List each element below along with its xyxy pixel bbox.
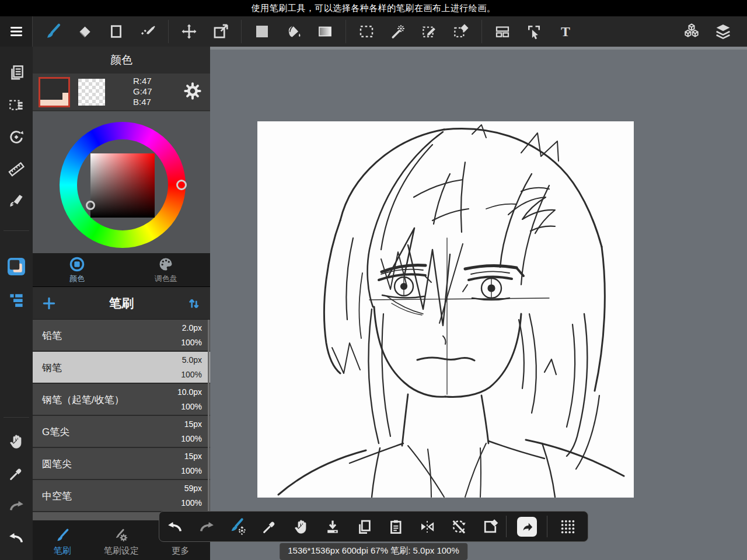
saturation-value-square[interactable] <box>90 153 155 218</box>
brush-settings-icon <box>114 528 129 543</box>
rotate-view-icon <box>8 128 25 146</box>
hand-icon <box>8 433 25 450</box>
clear-layer-button[interactable] <box>474 512 506 541</box>
select-eraser-icon <box>452 23 470 40</box>
brush-row-g-nib[interactable]: G笔尖 15px 100% <box>33 416 210 448</box>
rgb-b-value: B:47 <box>133 97 152 107</box>
notification-text: 使用笔刷工具，可以选择各种各样的笔刷在画布上进行绘画。 <box>252 3 496 14</box>
polyline-tool-button[interactable] <box>132 16 163 47</box>
paint-bucket-icon <box>285 23 302 40</box>
drawing-canvas[interactable] <box>257 121 634 498</box>
workspace[interactable] <box>210 47 747 560</box>
eraser-tool-button[interactable] <box>69 16 100 47</box>
sv-selector-knob[interactable] <box>86 201 95 210</box>
paste-clipboard-icon <box>387 518 404 536</box>
text-tool-button[interactable]: T <box>550 16 581 47</box>
brush-row-pencil[interactable]: 铅笔 2.0px 100% <box>33 320 210 352</box>
brush-panel-title: 笔刷 <box>65 295 177 312</box>
layers-panel-button[interactable] <box>707 16 739 47</box>
ruler-button[interactable] <box>5 158 28 181</box>
rgb-readout: R:47 G:47 B:47 <box>133 76 152 107</box>
divide-layout-button[interactable] <box>487 16 518 47</box>
eraser-icon <box>76 23 93 40</box>
magic-wand-button[interactable] <box>382 16 414 47</box>
hand-tool-button-bar[interactable] <box>285 512 317 541</box>
pages-icon <box>8 64 25 81</box>
hamburger-icon <box>9 24 24 39</box>
object-select-button[interactable] <box>518 16 550 47</box>
sidebar-divider <box>4 417 29 418</box>
solid-swatch-icon <box>253 23 271 40</box>
brush-row-round-nib[interactable]: 圆笔尖 15px 100% <box>33 448 210 480</box>
brush-row-pen-taper[interactable]: 钢笔（起笔/收笔） 10.0px 100% <box>33 384 210 416</box>
brush-tool-button[interactable] <box>37 16 69 47</box>
rotate-lock-button[interactable] <box>443 512 474 541</box>
select-eraser-button[interactable] <box>445 16 477 47</box>
redo-button-sidebar[interactable] <box>5 494 28 517</box>
materials-button[interactable] <box>676 16 707 47</box>
rotate-disabled-icon <box>450 518 467 536</box>
rotate-reset-button[interactable] <box>5 125 28 149</box>
quick-share-button[interactable] <box>507 512 547 541</box>
brush-icon <box>44 23 62 40</box>
svg-text:T: T <box>561 24 570 39</box>
material-brush-button[interactable] <box>5 189 28 212</box>
transform-icon <box>212 23 229 40</box>
hue-ring[interactable] <box>60 122 186 248</box>
undo-button[interactable] <box>159 512 191 541</box>
panel-tabs: 颜色 调色盘 <box>33 253 210 287</box>
copy-icon <box>355 518 373 536</box>
bucket-fill-button[interactable] <box>278 16 309 47</box>
hue-selector-knob[interactable] <box>176 180 187 190</box>
toolbar-drag-handle[interactable] <box>547 512 588 541</box>
redo-button[interactable] <box>191 512 222 541</box>
add-brush-button[interactable] <box>33 296 65 311</box>
brush-eraser-toggle-button[interactable] <box>222 512 254 541</box>
main-menu-button[interactable] <box>0 16 33 47</box>
tab-color[interactable]: 颜色 <box>33 253 121 286</box>
brush-list-scrollbar[interactable] <box>208 320 210 512</box>
eyedropper-button-bar[interactable] <box>254 512 285 541</box>
paste-button[interactable] <box>380 512 411 541</box>
color-settings-button[interactable] <box>183 82 202 100</box>
fill-color-swatch-button[interactable] <box>246 16 278 47</box>
selection-menu-button[interactable] <box>5 93 28 117</box>
transform-tool-button[interactable] <box>205 16 236 47</box>
transparent-color-swatch[interactable] <box>78 79 105 106</box>
foreground-background-swatch[interactable] <box>39 77 70 107</box>
tab-palette[interactable]: 调色盘 <box>121 253 210 286</box>
current-color-chip[interactable] <box>5 255 28 278</box>
palette-tab-icon <box>158 256 174 272</box>
shape-rect-tool-button[interactable] <box>100 16 132 47</box>
sketch-artwork <box>257 121 634 498</box>
hand-tool-button[interactable] <box>5 430 28 453</box>
gear-icon <box>183 82 202 100</box>
select-rect-button[interactable] <box>351 16 382 47</box>
sort-brushes-button[interactable] <box>177 296 210 311</box>
magic-wand-icon <box>389 23 407 40</box>
gradient-icon <box>316 23 334 40</box>
flip-horizontal-button[interactable] <box>411 512 443 541</box>
eyedropper-button[interactable] <box>5 462 28 485</box>
redo-icon <box>8 497 25 514</box>
move-tool-button[interactable] <box>173 16 205 47</box>
brush-row-hollow-pen[interactable]: 中空笔 59px 100% <box>33 480 210 512</box>
polyline-icon <box>139 23 156 40</box>
pages-button[interactable] <box>5 61 28 84</box>
gradient-tool-button[interactable] <box>309 16 341 47</box>
copy-button[interactable] <box>348 512 380 541</box>
notification-bar: 使用笔刷工具，可以选择各种各样的笔刷在画布上进行绘画。 <box>0 0 747 16</box>
layer-list-button[interactable] <box>5 288 28 311</box>
tab-brush-settings[interactable]: 笔刷设定 <box>92 520 151 560</box>
sidebar-divider <box>4 230 29 231</box>
rgb-r-value: R:47 <box>133 76 152 86</box>
layers-icon <box>714 22 732 41</box>
brush-row-pen[interactable]: 钢笔 5.0px 100% <box>33 352 210 384</box>
canvas-status-bar: 1536*1536px 600dpi 67% 笔刷: 5.0px 100% <box>280 543 467 560</box>
medibang-paint-app: 使用笔刷工具，可以选择各种各样的笔刷在画布上进行绘画。 <box>0 0 747 560</box>
save-button[interactable] <box>317 512 348 541</box>
undo-icon <box>166 518 184 536</box>
tab-brush[interactable]: 笔刷 <box>33 520 92 560</box>
undo-button-sidebar[interactable] <box>5 526 28 550</box>
select-pen-button[interactable] <box>414 16 445 47</box>
